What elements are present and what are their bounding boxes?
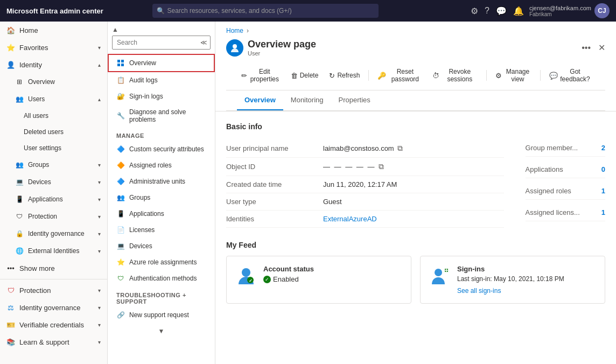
help-icon[interactable]: ? bbox=[485, 6, 489, 16]
scroll-down-btn[interactable]: ▼ bbox=[158, 327, 165, 335]
secondary-nav-overview[interactable]: Overview bbox=[108, 54, 215, 72]
sidebar-item-devices[interactable]: 💻 Devices ▾ bbox=[0, 173, 107, 191]
user-email: cjensen@fabrikam.com bbox=[529, 5, 591, 11]
sidebar-item-protection2[interactable]: 🛡 Protection ▾ bbox=[0, 282, 107, 299]
sidebar-item-identity-governance2[interactable]: ⚖ Identity governance ▾ bbox=[0, 299, 107, 316]
secondary-search-input[interactable] bbox=[112, 36, 211, 50]
edit-properties-btn[interactable]: ✏ Edit properties bbox=[237, 65, 284, 86]
main-content: Home › Overview page User ••• ✕ bbox=[215, 22, 616, 364]
secondary-nav-sign-in-logs[interactable]: 🔐 Sign-in logs bbox=[108, 88, 215, 104]
sidebar-item-favorites[interactable]: ⭐ Favorites ▾ bbox=[0, 39, 107, 56]
chevron-down-icon-protection: ▾ bbox=[98, 214, 101, 220]
identities-label: Identities bbox=[226, 215, 323, 223]
manage-section-header: Manage bbox=[108, 127, 215, 141]
close-btn[interactable]: ✕ bbox=[598, 43, 605, 53]
sign-ins-icon bbox=[429, 265, 451, 286]
chevron-down-icon-protection2: ▾ bbox=[98, 288, 101, 293]
sign-ins-content: Sign-ins Last sign-in: May 10, 2021, 10:… bbox=[457, 265, 564, 295]
reset-password-btn[interactable]: 🔑 Reset password bbox=[373, 65, 426, 86]
chevron-down-icon-cred: ▾ bbox=[98, 322, 101, 328]
secondary-nav-label-new-support: New support request bbox=[129, 311, 189, 319]
sidebar-item-identity[interactable]: 👤 Identity ▴ bbox=[0, 56, 107, 73]
group-member-value[interactable]: 2 bbox=[601, 144, 605, 152]
created-date-label: Created date time bbox=[226, 180, 323, 188]
sidebar-item-all-users[interactable]: All users bbox=[0, 108, 107, 124]
notification-icon[interactable]: 🔔 bbox=[513, 6, 524, 16]
sidebar-item-external-identities[interactable]: 🌐 External Identities ▾ bbox=[0, 242, 107, 260]
secondary-nav-label-sign-in-logs: Sign-in logs bbox=[129, 93, 163, 100]
stat-applications: Applications 0 bbox=[526, 161, 605, 178]
delete-btn[interactable]: 🗑 Delete bbox=[286, 69, 323, 82]
edit-icon: ✏ bbox=[241, 72, 247, 80]
sidebar-item-learn-support[interactable]: 📚 Learn & support ▾ bbox=[0, 333, 107, 351]
scroll-up-btn[interactable]: ▲ bbox=[112, 26, 118, 33]
svg-point-8 bbox=[435, 269, 442, 276]
tab-monitoring[interactable]: Monitoring bbox=[283, 90, 331, 110]
tab-overview[interactable]: Overview bbox=[237, 90, 283, 110]
group-member-label: Group member... bbox=[526, 144, 578, 152]
sidebar-item-user-settings[interactable]: User settings bbox=[0, 140, 107, 156]
identities-link[interactable]: ExternalAzureAD bbox=[323, 215, 377, 223]
search-input[interactable] bbox=[152, 4, 379, 18]
assigned-roles-value[interactable]: 1 bbox=[601, 187, 605, 195]
secondary-nav-auth-methods[interactable]: 🛡 Authentication methods bbox=[108, 270, 215, 286]
secondary-nav-diagnose[interactable]: 🔧 Diagnose and solve problems bbox=[108, 104, 215, 127]
sidebar-label-protection: Protection bbox=[28, 213, 94, 220]
sidebar-item-identity-governance[interactable]: 🔒 Identity governance ▾ bbox=[0, 225, 107, 242]
feedback-icon[interactable]: 💬 bbox=[496, 6, 507, 16]
see-all-sign-ins-link[interactable]: See all sign-ins bbox=[457, 287, 564, 295]
secondary-nav-devices[interactable]: 💻 Devices bbox=[108, 238, 215, 254]
sign-ins-title: Sign-ins bbox=[457, 265, 564, 273]
secondary-nav-label-admin-units: Administrative units bbox=[129, 178, 185, 185]
more-options-btn[interactable]: ••• bbox=[578, 42, 594, 54]
chevron-down-icon-devices: ▾ bbox=[98, 179, 101, 185]
account-status-title: Account status bbox=[263, 265, 314, 273]
sidebar-item-protection[interactable]: 🛡 Protection ▾ bbox=[0, 208, 107, 225]
sidebar-item-verifiable-credentials[interactable]: 🎫 Verifiable credentials ▾ bbox=[0, 316, 107, 333]
secondary-nav-applications[interactable]: 📱 Applications bbox=[108, 206, 215, 222]
sidebar-label-overview: Overview bbox=[28, 78, 101, 86]
reset-password-label: Reset password bbox=[388, 68, 422, 83]
assigned-licenses-value[interactable]: 1 bbox=[601, 208, 605, 216]
svg-point-4 bbox=[233, 44, 237, 48]
sidebar-item-overview[interactable]: ⊞ Overview bbox=[0, 73, 107, 90]
refresh-btn[interactable]: ↻ Refresh bbox=[325, 69, 364, 82]
secondary-nav-azure-role[interactable]: ⭐ Azure role assignments bbox=[108, 254, 215, 270]
object-id-copy-btn[interactable]: ⧉ bbox=[379, 162, 384, 171]
content-tabs: Overview Monitoring Properties bbox=[226, 90, 605, 111]
breadcrumb-home[interactable]: Home bbox=[226, 27, 243, 34]
secondary-sidebar: ▲ ≪ Overview 📋 Audit logs 🔐 Sign-in logs… bbox=[108, 22, 215, 364]
sidebar-item-applications[interactable]: 📱 Applications ▾ bbox=[0, 191, 107, 208]
got-feedback-btn[interactable]: 💬 Got feedback? bbox=[545, 65, 594, 86]
secondary-nav-audit-logs[interactable]: 📋 Audit logs bbox=[108, 72, 215, 88]
shield2-icon: 🛡 bbox=[6, 286, 15, 295]
tab-properties[interactable]: Properties bbox=[331, 90, 378, 110]
secondary-nav-new-support[interactable]: 🔗 New support request bbox=[108, 307, 215, 323]
account-status-text: Enabled bbox=[273, 275, 299, 283]
user-avatar[interactable]: CJ bbox=[594, 3, 610, 18]
sidebar-identity-sub: ⊞ Overview 👥 Users ▴ All users Deleted u… bbox=[0, 73, 107, 260]
secondary-nav-custom-security[interactable]: 🔷 Custom security attributes bbox=[108, 141, 215, 157]
applications-stat-value[interactable]: 0 bbox=[601, 165, 605, 173]
secondary-nav-licenses[interactable]: 📄 Licenses bbox=[108, 222, 215, 238]
sidebar-item-show-more[interactable]: ••• Show more bbox=[0, 260, 107, 277]
settings-icon[interactable]: ⚙ bbox=[471, 6, 478, 16]
admin-units-icon: 🔷 bbox=[116, 177, 125, 186]
info-row-identities: Identities ExternalAzureAD bbox=[226, 211, 504, 228]
sidebar-item-deleted-users[interactable]: Deleted users bbox=[0, 124, 107, 140]
secondary-nav-assigned-roles[interactable]: 🔶 Assigned roles bbox=[108, 157, 215, 173]
manage-view-btn[interactable]: ⚙ Manage view bbox=[491, 65, 536, 86]
enabled-dot: ✓ bbox=[263, 276, 271, 283]
user-org: Fabrikam bbox=[529, 11, 591, 17]
timer-icon: ⏱ bbox=[432, 72, 439, 80]
search-container: 🔍 bbox=[152, 4, 379, 18]
sidebar-item-groups[interactable]: 👥 Groups ▾ bbox=[0, 156, 107, 173]
sidebar-item-home[interactable]: 🏠 Home bbox=[0, 22, 107, 39]
secondary-nav-groups[interactable]: 👥 Groups bbox=[108, 190, 215, 206]
secondary-nav-admin-units[interactable]: 🔷 Administrative units bbox=[108, 173, 215, 190]
secondary-nav-label-groups: Groups bbox=[129, 194, 150, 201]
upn-copy-btn[interactable]: ⧉ bbox=[397, 144, 403, 153]
sidebar-item-users[interactable]: 👥 Users ▴ bbox=[0, 90, 107, 108]
user-menu[interactable]: cjensen@fabrikam.com Fabrikam CJ bbox=[529, 3, 610, 18]
revoke-sessions-btn[interactable]: ⏱ Revoke sessions bbox=[428, 65, 482, 86]
